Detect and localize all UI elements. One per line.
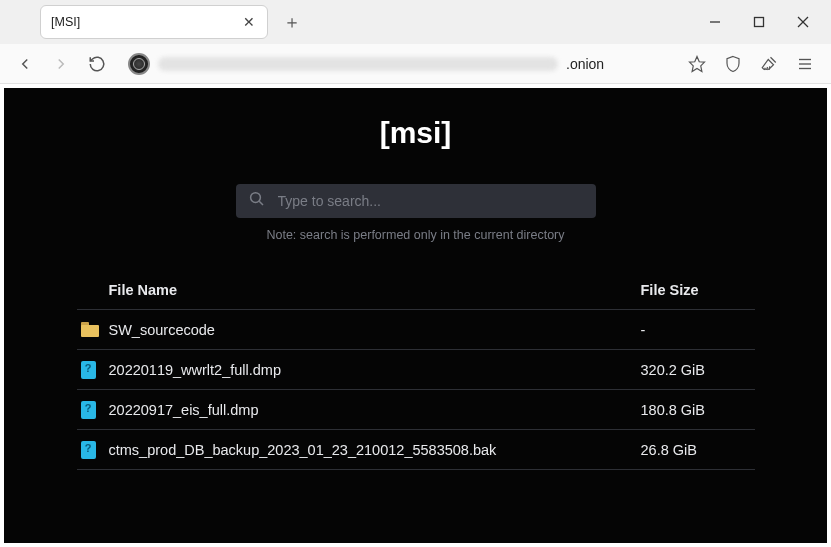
window-minimize-button[interactable] [693, 6, 737, 38]
search-wrap: Note: search is performed only in the cu… [236, 184, 596, 242]
new-tab-button[interactable]: ＋ [278, 8, 306, 36]
svg-point-8 [250, 193, 260, 203]
search-note: Note: search is performed only in the cu… [236, 228, 596, 242]
file-icon [81, 401, 109, 419]
col-header-name: File Name [109, 282, 641, 298]
folder-icon [81, 322, 109, 337]
tor-onion-icon [128, 53, 150, 75]
url-bar[interactable]: .onion [118, 49, 675, 79]
search-icon [248, 190, 266, 212]
table-row[interactable]: ctms_prod_DB_backup_2023_01_23_210012_55… [77, 430, 755, 470]
svg-rect-1 [755, 18, 764, 27]
table-header: File Name File Size [77, 270, 755, 310]
back-button[interactable] [10, 49, 40, 79]
svg-line-9 [259, 201, 263, 205]
bookmark-icon[interactable] [681, 48, 713, 80]
page-title: [msi] [4, 116, 827, 150]
svg-marker-4 [690, 56, 705, 71]
table-row[interactable]: 20220119_wwrlt2_full.dmp320.2 GiB [77, 350, 755, 390]
file-size: 26.8 GiB [641, 442, 751, 458]
url-suffix: .onion [566, 56, 604, 72]
col-header-size: File Size [641, 282, 751, 298]
window-close-button[interactable] [781, 6, 825, 38]
file-name: SW_sourcecode [109, 322, 641, 338]
forward-button[interactable] [46, 49, 76, 79]
table-row[interactable]: SW_sourcecode- [77, 310, 755, 350]
file-size: - [641, 322, 751, 338]
search-input[interactable] [278, 193, 584, 209]
tab-close-icon[interactable]: ✕ [241, 14, 257, 30]
search-box[interactable] [236, 184, 596, 218]
viewport: [msi] Note: search is performed only in … [0, 84, 831, 547]
window-controls [693, 0, 825, 44]
url-redacted [158, 57, 558, 71]
file-name: 20220119_wwrlt2_full.dmp [109, 362, 641, 378]
toolbar-right [681, 48, 821, 80]
file-name: 20220917_eis_full.dmp [109, 402, 641, 418]
broom-clear-icon[interactable] [753, 48, 785, 80]
browser-tab[interactable]: [MSI] ✕ [40, 5, 268, 39]
tab-title: [MSI] [51, 15, 241, 29]
reload-button[interactable] [82, 49, 112, 79]
file-name: ctms_prod_DB_backup_2023_01_23_210012_55… [109, 442, 641, 458]
nav-bar: .onion [0, 44, 831, 84]
page: [msi] Note: search is performed only in … [4, 88, 827, 543]
table-row[interactable]: 20220917_eis_full.dmp180.8 GiB [77, 390, 755, 430]
file-size: 320.2 GiB [641, 362, 751, 378]
file-icon [81, 441, 109, 459]
menu-icon[interactable] [789, 48, 821, 80]
file-icon [81, 361, 109, 379]
file-size: 180.8 GiB [641, 402, 751, 418]
window-maximize-button[interactable] [737, 6, 781, 38]
window-bar: [MSI] ✕ ＋ [0, 0, 831, 44]
file-table: File Name File Size SW_sourcecode-202201… [77, 270, 755, 470]
shield-icon[interactable] [717, 48, 749, 80]
